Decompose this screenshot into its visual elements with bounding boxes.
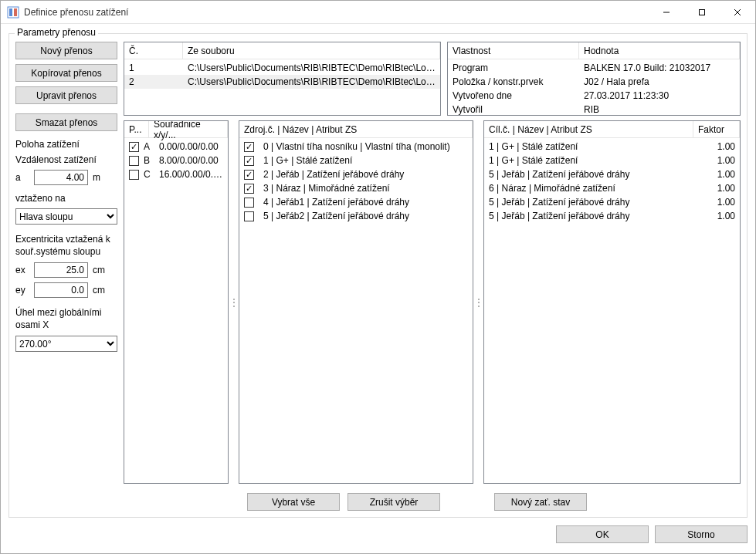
cancel-button[interactable]: Storno xyxy=(655,525,748,543)
target-row[interactable]: 1 | G+ | Stálé zatížení1.00 xyxy=(484,140,740,154)
edit-transfer-button[interactable]: Upravit přenos xyxy=(15,86,117,104)
ok-button[interactable]: OK xyxy=(556,525,649,543)
splitter-2[interactable]: ⋮ xyxy=(476,120,480,484)
parameters-group: Parametry přenosu Nový přenos Kopírovat … xyxy=(8,33,748,518)
coordinates-panel[interactable]: P... Souřadnice x/y/... A0.00/0.00/0.00B… xyxy=(124,120,229,484)
ex-input[interactable] xyxy=(34,262,88,278)
selection-buttons: Vybrat vše Zrušit výběr Nový zať. stav xyxy=(124,488,741,511)
window-controls xyxy=(649,1,755,23)
eccentricity-label: Excentricita vztažená k souř.systému slo… xyxy=(15,234,117,258)
source-checkbox[interactable] xyxy=(244,184,254,194)
dialog-window: Definice přenosu zatížení Parametry přen… xyxy=(0,0,756,554)
ey-input[interactable] xyxy=(34,282,88,298)
target-row[interactable]: 6 | Náraz | Mimořádné zatížení1.00 xyxy=(484,181,740,195)
ex-unit: cm xyxy=(93,265,105,275)
props-header-val[interactable]: Hodnota xyxy=(579,42,740,59)
source-row[interactable]: 5 | Jeřáb2 | Zatížení jeřábové dráhy xyxy=(239,209,473,223)
position-label: Poloha zatížení xyxy=(15,139,117,150)
source-row[interactable]: 2 | Jeřáb | Zatížení jeřábové dráhy xyxy=(239,167,473,181)
splitter-1[interactable]: ⋮ xyxy=(232,120,236,484)
source-checkbox[interactable] xyxy=(244,156,254,166)
target-row[interactable]: 5 | Jeřáb | Zatížení jeřábové dráhy1.00 xyxy=(484,209,740,223)
delete-transfer-button[interactable]: Smazat přenos xyxy=(15,113,117,131)
new-load-state-button[interactable]: Nový zať. stav xyxy=(494,493,587,511)
a-input[interactable] xyxy=(34,170,88,185)
maximize-button[interactable] xyxy=(684,1,720,23)
coord-row[interactable]: C16.00/0.00/0.00 xyxy=(124,167,228,181)
titlebar: Definice přenosu zatížení xyxy=(1,1,755,24)
a-unit: m xyxy=(93,172,100,183)
angle-select[interactable]: 270.00° xyxy=(15,336,117,352)
group-label: Parametry přenosu xyxy=(15,27,98,38)
ex-label: ex xyxy=(15,265,29,275)
source-panel[interactable]: Zdroj.č. | Název | Atribut ZS 0 | Vlastn… xyxy=(239,120,473,484)
coord-checkbox[interactable] xyxy=(129,142,139,152)
coord-row[interactable]: B8.00/0.00/0.00 xyxy=(124,154,228,167)
properties-panel[interactable]: Vlastnost Hodnota ProgramBALKEN 17.0 Bui… xyxy=(447,42,741,116)
right-area: Č. Ze souboru 1C:\Users\Public\Documents… xyxy=(124,42,741,511)
minimize-button[interactable] xyxy=(649,1,684,23)
select-all-button[interactable]: Vybrat vše xyxy=(247,493,340,511)
source-header[interactable]: Zdroj.č. | Název | Atribut ZS xyxy=(239,121,473,137)
target-row[interactable]: 5 | Jeřáb | Zatížení jeřábové dráhy1.00 xyxy=(484,195,740,209)
target-row[interactable]: 5 | Jeřáb | Zatížení jeřábové dráhy1.00 xyxy=(484,167,740,181)
svg-rect-4 xyxy=(700,9,705,15)
property-row[interactable]: Vytvořeno dne27.03.2017 11:23:30 xyxy=(448,89,740,103)
target-row[interactable]: 1 | G+ | Stálé zatížení1.00 xyxy=(484,154,740,167)
coord-checkbox[interactable] xyxy=(129,156,139,166)
files-header-file[interactable]: Ze souboru xyxy=(183,42,440,59)
file-row[interactable]: 2C:\Users\Public\Documents\RIB\RIBTEC\De… xyxy=(124,75,440,89)
source-row[interactable]: 0 | Vlastní tíha nosníku | Vlastní tíha … xyxy=(239,140,473,154)
client-area: Parametry přenosu Nový přenos Kopírovat … xyxy=(1,24,755,553)
source-row[interactable]: 1 | G+ | Stálé zatížení xyxy=(239,154,473,167)
target-header-factor[interactable]: Faktor xyxy=(693,121,740,137)
copy-transfer-button[interactable]: Kopírovat přenos xyxy=(15,64,117,82)
property-row[interactable]: Položka / konstr.prvekJ02 / Hala prefa xyxy=(448,75,740,89)
related-label: vztaženo na xyxy=(15,193,117,204)
file-row[interactable]: 1C:\Users\Public\Documents\RIB\RIBTEC\De… xyxy=(124,61,440,75)
app-icon xyxy=(7,6,19,19)
target-panel[interactable]: Cíl.č. | Název | Atribut ZS Faktor 1 | G… xyxy=(483,120,741,484)
deselect-button[interactable]: Zrušit výběr xyxy=(347,493,440,511)
svg-rect-1 xyxy=(9,8,12,16)
left-column: Nový přenos Kopírovat přenos Upravit pře… xyxy=(15,42,117,511)
a-label: a xyxy=(15,172,29,183)
source-row[interactable]: 4 | Jeřáb1 | Zatížení jeřábové dráhy xyxy=(239,195,473,209)
svg-rect-2 xyxy=(14,8,17,16)
close-button[interactable] xyxy=(720,1,755,23)
coord-row[interactable]: A0.00/0.00/0.00 xyxy=(124,140,228,154)
ey-unit: cm xyxy=(93,285,105,296)
distance-label: Vzdálenost zatížení xyxy=(15,154,117,165)
angle-label: Úhel mezi globálními osami X xyxy=(15,307,117,331)
dialog-buttons: OK Storno xyxy=(8,525,748,546)
files-panel[interactable]: Č. Ze souboru 1C:\Users\Public\Documents… xyxy=(124,42,441,116)
coord-header-xyz[interactable]: Souřadnice x/y/... xyxy=(149,121,228,137)
props-header-prop[interactable]: Vlastnost xyxy=(448,42,579,59)
property-row[interactable]: VytvořilRIB xyxy=(448,103,740,116)
new-transfer-button[interactable]: Nový přenos xyxy=(15,42,117,59)
source-row[interactable]: 3 | Náraz | Mimořádné zatížení xyxy=(239,181,473,195)
source-checkbox[interactable] xyxy=(244,211,254,221)
source-checkbox[interactable] xyxy=(244,170,254,180)
source-checkbox[interactable] xyxy=(244,198,254,208)
files-header-no[interactable]: Č. xyxy=(124,42,183,59)
related-select[interactable]: Hlava sloupu xyxy=(15,208,117,225)
window-title: Definice přenosu zatížení xyxy=(24,7,649,18)
target-header-main[interactable]: Cíl.č. | Název | Atribut ZS xyxy=(484,121,693,137)
coord-checkbox[interactable] xyxy=(129,170,139,180)
ey-label: ey xyxy=(15,285,29,296)
coord-header-p[interactable]: P... xyxy=(124,121,149,137)
property-row[interactable]: ProgramBALKEN 17.0 Build: 21032017 xyxy=(448,61,740,75)
source-checkbox[interactable] xyxy=(244,142,254,152)
